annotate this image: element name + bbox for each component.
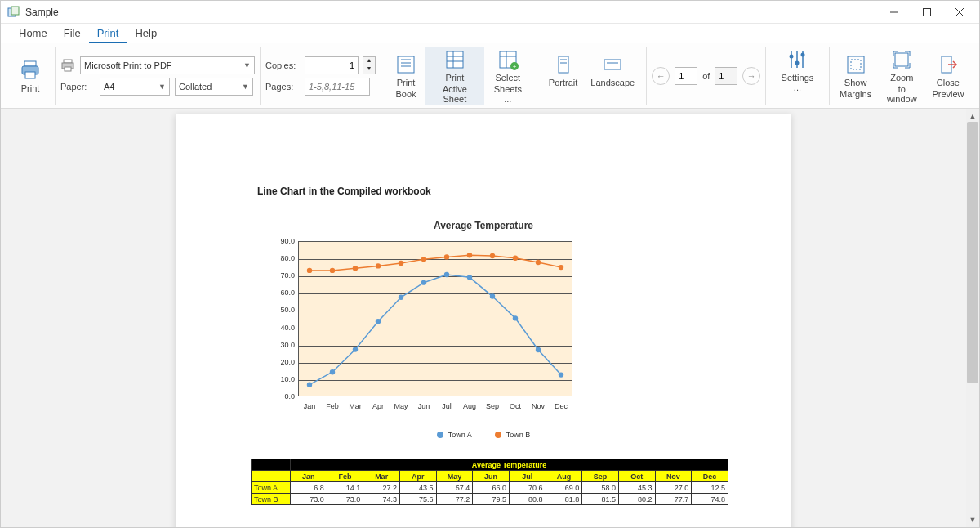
ytick-label: 80.0 bbox=[265, 254, 295, 262]
svg-point-34 bbox=[795, 60, 800, 65]
preview-workspace: Line Chart in the Compiled workbook Aver… bbox=[1, 109, 979, 527]
paper-label: Paper: bbox=[60, 82, 95, 92]
xtick-label: May bbox=[390, 402, 412, 410]
svg-rect-36 bbox=[848, 56, 864, 73]
print-active-sheet-button[interactable]: Print Active Sheet bbox=[425, 47, 484, 105]
xtick-label: Feb bbox=[321, 402, 344, 410]
ytick-label: 70.0 bbox=[265, 271, 295, 280]
svg-rect-9 bbox=[64, 60, 72, 63]
ribbon: Print Microsoft Print to PDF▼ Paper: A4▼… bbox=[1, 43, 979, 109]
sliders-icon bbox=[786, 48, 808, 71]
portrait-icon bbox=[552, 53, 575, 76]
menu-home[interactable]: Home bbox=[11, 24, 56, 43]
xtick-label: Oct bbox=[504, 402, 527, 410]
maximize-button[interactable] bbox=[911, 2, 943, 23]
svg-rect-37 bbox=[851, 60, 861, 69]
chart-legend: Town A Town B bbox=[257, 431, 710, 439]
svg-rect-8 bbox=[25, 72, 35, 78]
next-page-button[interactable]: → bbox=[742, 67, 760, 85]
menubar: Home File Print Help bbox=[1, 24, 979, 43]
select-sheets-icon: + bbox=[497, 48, 519, 71]
printer-combo[interactable]: Microsoft Print to PDF▼ bbox=[80, 56, 255, 74]
show-margins-button[interactable]: Show Margins bbox=[835, 47, 877, 105]
prev-page-button[interactable]: ← bbox=[652, 67, 670, 85]
page-of-label: of bbox=[702, 71, 710, 81]
copies-label: Copies: bbox=[265, 60, 300, 70]
pages-label: Pages: bbox=[265, 82, 300, 92]
ytick-label: 90.0 bbox=[265, 237, 295, 245]
app-icon bbox=[7, 6, 20, 19]
window-title: Sample bbox=[25, 7, 59, 18]
ytick-label: 40.0 bbox=[265, 324, 295, 332]
svg-rect-16 bbox=[447, 51, 463, 68]
vertical-scrollbar[interactable]: ▲ ▼ bbox=[966, 109, 979, 527]
svg-rect-12 bbox=[398, 56, 414, 73]
ytick-label: 50.0 bbox=[265, 306, 295, 314]
preview-canvas[interactable]: Line Chart in the Compiled workbook Aver… bbox=[1, 109, 966, 527]
xtick-label: Jul bbox=[435, 402, 458, 410]
book-icon bbox=[394, 53, 417, 76]
menu-file[interactable]: File bbox=[56, 24, 89, 43]
copies-spinner[interactable]: ▲▼ bbox=[363, 56, 376, 74]
chart-title: Average Temperature bbox=[257, 220, 710, 231]
ytick-label: 20.0 bbox=[265, 358, 295, 366]
svg-rect-6 bbox=[24, 61, 36, 66]
legend-dot-a bbox=[437, 432, 443, 438]
xtick-label: Apr bbox=[367, 402, 390, 410]
paper-combo[interactable]: A4▼ bbox=[100, 78, 170, 96]
svg-text:+: + bbox=[512, 63, 516, 70]
printer-icon bbox=[19, 59, 42, 82]
ytick-label: 0.0 bbox=[265, 392, 295, 400]
scroll-up-icon[interactable]: ▲ bbox=[967, 110, 978, 122]
doc-heading: Line Chart in the Compiled workbook bbox=[257, 186, 710, 197]
data-table: Average Temperature JanFebMarAprMayJunJu… bbox=[251, 459, 728, 505]
svg-rect-3 bbox=[924, 8, 931, 16]
xtick-label: Jun bbox=[412, 402, 435, 410]
sheet-icon bbox=[443, 48, 466, 71]
svg-rect-25 bbox=[559, 56, 568, 73]
preview-page: Line Chart in the Compiled workbook Aver… bbox=[176, 114, 791, 527]
pages-input[interactable] bbox=[305, 78, 370, 96]
xtick-label: Dec bbox=[550, 402, 572, 410]
xtick-label: Sep bbox=[481, 402, 504, 410]
ytick-label: 10.0 bbox=[265, 375, 295, 383]
xtick-label: Aug bbox=[458, 402, 481, 410]
menu-help[interactable]: Help bbox=[127, 24, 165, 43]
minimize-button[interactable] bbox=[878, 2, 911, 23]
svg-rect-1 bbox=[11, 7, 19, 15]
ytick-label: 30.0 bbox=[265, 341, 295, 349]
titlebar: Sample bbox=[1, 1, 979, 24]
xtick-label: Nov bbox=[527, 402, 550, 410]
close-button[interactable] bbox=[943, 2, 976, 23]
margins-icon bbox=[844, 53, 867, 76]
landscape-icon bbox=[601, 53, 624, 76]
zoom-icon bbox=[890, 48, 913, 71]
svg-rect-38 bbox=[895, 53, 908, 66]
svg-point-33 bbox=[790, 54, 794, 58]
print-button[interactable]: Print bbox=[11, 57, 50, 95]
copies-input[interactable] bbox=[305, 56, 359, 74]
print-book-button[interactable]: Print Book bbox=[386, 47, 425, 105]
svg-rect-28 bbox=[604, 60, 621, 69]
page-current-input[interactable] bbox=[675, 67, 697, 85]
menu-print[interactable]: Print bbox=[89, 24, 127, 43]
close-preview-button[interactable]: Close Preview bbox=[927, 47, 969, 105]
svg-rect-11 bbox=[65, 67, 71, 71]
zoom-to-window-button[interactable]: Zoom to window bbox=[877, 47, 927, 105]
landscape-button[interactable]: Landscape bbox=[584, 47, 641, 105]
settings-button[interactable]: Settings ... bbox=[771, 47, 823, 105]
ytick-label: 60.0 bbox=[265, 289, 295, 297]
page-total-display bbox=[715, 67, 737, 85]
legend-dot-b bbox=[495, 432, 501, 438]
chart-area: 0.010.020.030.040.050.060.070.080.090.0 … bbox=[265, 241, 584, 413]
select-sheets-button[interactable]: + Select Sheets ... bbox=[484, 47, 532, 105]
xtick-label: Mar bbox=[344, 402, 367, 410]
mini-printer-icon bbox=[60, 58, 75, 73]
collate-combo[interactable]: Collated▼ bbox=[175, 78, 253, 96]
svg-point-35 bbox=[801, 52, 805, 56]
close-preview-icon bbox=[937, 53, 960, 76]
portrait-button[interactable]: Portrait bbox=[542, 47, 584, 105]
scroll-thumb[interactable] bbox=[967, 122, 978, 383]
scroll-down-icon[interactable]: ▼ bbox=[967, 514, 978, 526]
xtick-label: Jan bbox=[298, 402, 321, 410]
